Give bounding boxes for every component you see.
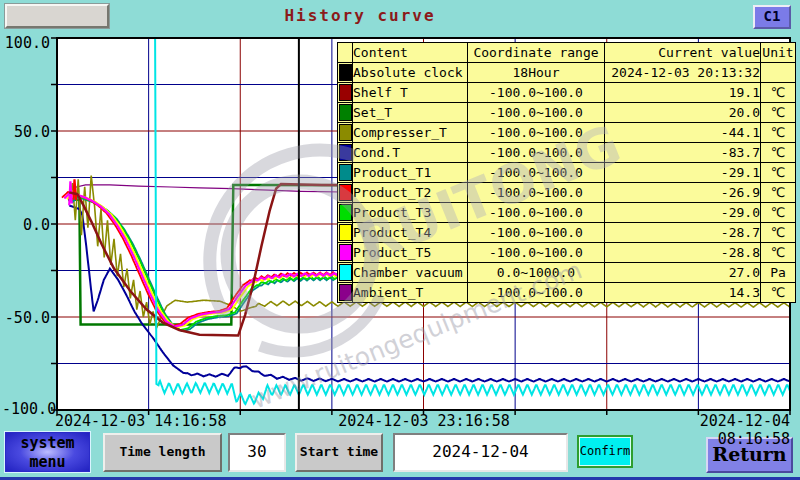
legend-value-cell: 14.3 bbox=[605, 283, 761, 303]
legend-value-cell: -26.9 bbox=[605, 183, 761, 203]
legend-row: Absolute clock18Hour2024-12-03 20:13:32 bbox=[338, 63, 796, 83]
series-color-swatch-cell bbox=[338, 223, 353, 243]
legend-content-cell: Product_T5 bbox=[353, 243, 468, 263]
legend-range-cell: -100.0~100.0 bbox=[468, 103, 605, 123]
series-color-swatch-cell bbox=[338, 183, 353, 203]
legend-range-cell: -100.0~100.0 bbox=[468, 183, 605, 203]
legend-header-content: Content bbox=[353, 43, 468, 63]
legend-row: Product_T5-100.0~100.0-28.8℃ bbox=[338, 243, 796, 263]
legend-header-swatch bbox=[338, 43, 353, 63]
legend-row: Cond.T-100.0~100.0-83.7℃ bbox=[338, 143, 796, 163]
time-length-button[interactable]: Time length (H) bbox=[103, 433, 222, 472]
legend-row: Compresser_T-100.0~100.0-44.1℃ bbox=[338, 123, 796, 143]
confirm-button[interactable]: Confirm bbox=[577, 435, 633, 468]
series-color-swatch bbox=[339, 264, 352, 281]
x-axis-label: 2024-12-04 08:16:58 bbox=[648, 412, 790, 448]
legend-row: Ambient_T-100.0~100.014.3℃ bbox=[338, 283, 796, 303]
legend-content-cell: Product_T4 bbox=[353, 223, 468, 243]
series-color-swatch bbox=[339, 224, 352, 241]
legend-value-cell: 27.0 bbox=[605, 263, 761, 283]
c1-button[interactable]: C1 bbox=[753, 5, 791, 29]
y-axis-label: 50.0 bbox=[2, 123, 50, 141]
legend-content-cell: Set_T bbox=[353, 103, 468, 123]
legend-unit-cell: ℃ bbox=[761, 183, 796, 203]
x-axis: 2024-12-03 14:16:58 2024-12-03 23:16:58 … bbox=[0, 412, 800, 429]
y-axis-label: -50.0 bbox=[2, 309, 50, 327]
legend-row: Product_T4-100.0~100.0-28.7℃ bbox=[338, 223, 796, 243]
legend-row: Product_T3-100.0~100.0-29.0℃ bbox=[338, 203, 796, 223]
legend-row: Product_T1-100.0~100.0-29.1℃ bbox=[338, 163, 796, 183]
top-left-panel-button[interactable] bbox=[5, 4, 109, 28]
series-color-swatch bbox=[339, 144, 352, 161]
legend-unit-cell: ℃ bbox=[761, 103, 796, 123]
series-color-swatch bbox=[339, 204, 352, 221]
legend-row: Chamber vacuum0.0~1000.027.0Pa bbox=[338, 263, 796, 283]
legend-content-cell: Product_T1 bbox=[353, 163, 468, 183]
legend-header-unit: Unit bbox=[761, 43, 796, 63]
legend-unit-cell: Pa bbox=[761, 263, 796, 283]
legend-range-cell: -100.0~100.0 bbox=[468, 243, 605, 263]
legend-unit-cell: ℃ bbox=[761, 123, 796, 143]
series-color-swatch bbox=[339, 284, 352, 301]
legend-range-cell: -100.0~100.0 bbox=[468, 163, 605, 183]
series-color-swatch bbox=[339, 184, 352, 201]
legend-header-value: Current value bbox=[605, 43, 761, 63]
legend-unit-cell: ℃ bbox=[761, 143, 796, 163]
legend-content-cell: Product_T2 bbox=[353, 183, 468, 203]
legend-range-cell: -100.0~100.0 bbox=[468, 283, 605, 303]
legend-value-cell: -44.1 bbox=[605, 123, 761, 143]
legend-content-cell: Compresser_T bbox=[353, 123, 468, 143]
page-title: History curve bbox=[120, 6, 600, 25]
legend-range-cell: -100.0~100.0 bbox=[468, 123, 605, 143]
series-color-swatch-cell bbox=[338, 243, 353, 263]
legend-content-cell: Product_T3 bbox=[353, 203, 468, 223]
legend-unit-cell bbox=[761, 63, 796, 83]
system-menu-label-line1: system bbox=[5, 434, 90, 453]
legend-unit-cell: ℃ bbox=[761, 163, 796, 183]
legend-value-cell: -29.0 bbox=[605, 203, 761, 223]
legend-value-cell: 19.1 bbox=[605, 83, 761, 103]
series-color-swatch-cell bbox=[338, 263, 353, 283]
legend-value-cell: 20.0 bbox=[605, 103, 761, 123]
legend-unit-cell: ℃ bbox=[761, 83, 796, 103]
time-length-input[interactable]: 30 bbox=[228, 433, 286, 472]
legend-value-cell: -28.7 bbox=[605, 223, 761, 243]
series-color-swatch bbox=[339, 244, 352, 261]
legend-range-cell: -100.0~100.0 bbox=[468, 223, 605, 243]
legend-range-cell: 0.0~1000.0 bbox=[468, 263, 605, 283]
legend-table: Content Coordinate range Current value U… bbox=[337, 42, 796, 303]
legend-content-cell: Absolute clock bbox=[353, 63, 468, 83]
legend-row: Product_T2-100.0~100.0-26.9℃ bbox=[338, 183, 796, 203]
legend-range-cell: -100.0~100.0 bbox=[468, 143, 605, 163]
legend-range-cell: -100.0~100.0 bbox=[468, 83, 605, 103]
y-axis-label: 0.0 bbox=[2, 216, 50, 234]
x-axis-label: 2024-12-03 14:16:58 bbox=[55, 412, 227, 430]
legend-range-cell: 18Hour bbox=[468, 63, 605, 83]
series-color-swatch-cell bbox=[338, 203, 353, 223]
legend-value-cell: -29.1 bbox=[605, 163, 761, 183]
system-menu-button[interactable]: system menu bbox=[4, 431, 91, 473]
legend-header-range: Coordinate range bbox=[468, 43, 605, 63]
series-color-swatch bbox=[339, 84, 352, 101]
y-axis-label: 100.0 bbox=[2, 34, 50, 52]
legend-header-row: Content Coordinate range Current value U… bbox=[338, 43, 796, 63]
legend-value-cell: 2024-12-03 20:13:32 bbox=[605, 63, 761, 83]
start-time-input[interactable]: 2024-12-04 00:00:00 bbox=[393, 433, 568, 472]
legend-unit-cell: ℃ bbox=[761, 223, 796, 243]
x-axis-label: 2024-12-03 23:16:58 bbox=[283, 412, 565, 430]
start-time-button[interactable]: Start time bbox=[295, 433, 383, 472]
legend-value-cell: -83.7 bbox=[605, 143, 761, 163]
legend-value-cell: -28.8 bbox=[605, 243, 761, 263]
legend-content-cell: Chamber vacuum bbox=[353, 263, 468, 283]
legend-content-cell: Ambient_T bbox=[353, 283, 468, 303]
legend-unit-cell: ℃ bbox=[761, 283, 796, 303]
system-menu-label-line2: menu bbox=[5, 453, 90, 472]
legend-row: Set_T-100.0~100.020.0℃ bbox=[338, 103, 796, 123]
legend-unit-cell: ℃ bbox=[761, 203, 796, 223]
legend-range-cell: -100.0~100.0 bbox=[468, 203, 605, 223]
series-color-swatch bbox=[339, 64, 352, 81]
legend-content-cell: Shelf T bbox=[353, 83, 468, 103]
series-color-swatch-cell bbox=[338, 283, 353, 303]
legend-row: Shelf T-100.0~100.019.1℃ bbox=[338, 83, 796, 103]
legend-content-cell: Cond.T bbox=[353, 143, 468, 163]
